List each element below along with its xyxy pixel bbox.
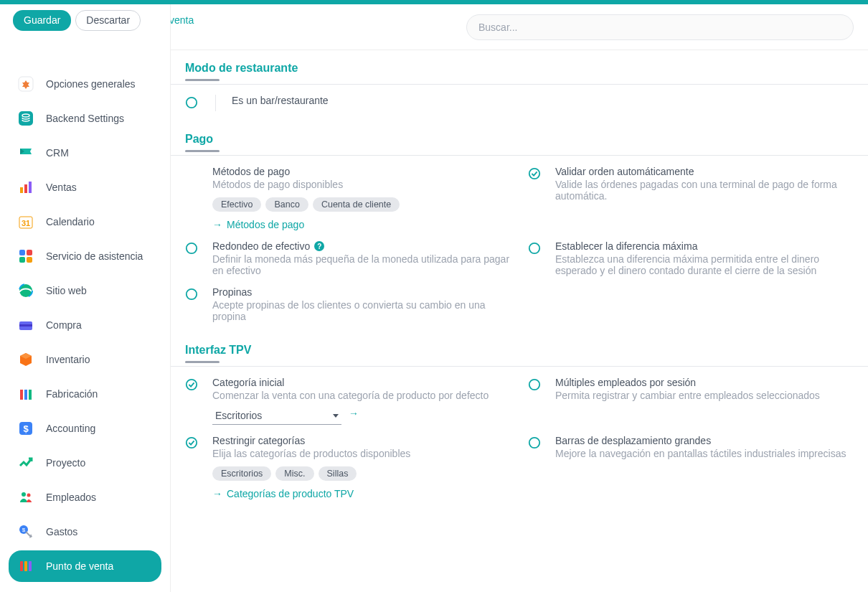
- setting-title-methods: Métodos de pago: [212, 166, 511, 177]
- sidebar-item-sitioweb[interactable]: Sitio web: [9, 275, 161, 306]
- link-payment-methods[interactable]: → Métodos de pago: [212, 219, 304, 230]
- checkbox-maxdiff[interactable]: [528, 242, 541, 255]
- save-button[interactable]: Guardar: [13, 10, 71, 31]
- section-payment: Pago Métodos de pago Métodos de pago dis…: [171, 121, 868, 332]
- link-product-categories[interactable]: → Categorías de producto TPV: [212, 488, 354, 499]
- svg-rect-17: [29, 390, 32, 400]
- sidebar-item-label: Opciones generales: [46, 78, 136, 90]
- tag-escritorios[interactable]: Escritorios: [212, 466, 271, 481]
- sidebar-item-gastos[interactable]: $ Gastos: [9, 516, 161, 548]
- section-underline: [185, 79, 220, 81]
- checkbox-validate-auto[interactable]: [528, 167, 541, 180]
- checkbox-restrict[interactable]: [185, 436, 198, 449]
- section-title-restaurant: Modo de restaurante: [171, 50, 868, 79]
- sidebar-item-crm[interactable]: CRM: [9, 137, 161, 169]
- select-value: Escritorios: [215, 410, 262, 421]
- section-underline: [185, 361, 220, 363]
- calendar-icon: 31: [16, 212, 36, 232]
- svg-rect-4: [29, 182, 32, 193]
- manufacturing-icon: [16, 384, 36, 404]
- crm-icon: [16, 143, 36, 163]
- setting-title-multi: Múltiples empleados por sesión: [555, 377, 854, 388]
- external-link-icon[interactable]: →: [349, 408, 359, 419]
- content-area: Punto de venta Ajustes Modo de restauran…: [171, 4, 868, 592]
- settings-main[interactable]: Modo de restaurante: [171, 50, 868, 592]
- svg-point-33: [529, 380, 539, 390]
- svg-rect-1: [19, 111, 33, 126]
- sidebar-item-calendario[interactable]: 31 Calendario: [9, 206, 161, 238]
- sidebar-item-general[interactable]: Opciones generales: [9, 68, 161, 100]
- app-layout: Guardar Descartar Opciones generales Bac…: [0, 4, 868, 592]
- sidebar-item-label: Empleados: [46, 492, 96, 503]
- svg-rect-24: [20, 561, 23, 571]
- svg-point-28: [529, 169, 539, 179]
- svg-rect-7: [19, 250, 25, 255]
- sidebar-item-label: Compra: [46, 319, 82, 331]
- discard-button[interactable]: Descartar: [75, 10, 141, 31]
- setting-title-rounding: Redondeo de efectivo ?: [212, 240, 511, 252]
- sidebar-item-ventas[interactable]: Ventas: [9, 172, 161, 203]
- accounting-icon: $: [16, 418, 36, 438]
- search-input[interactable]: [466, 14, 854, 40]
- svg-point-34: [187, 438, 197, 448]
- select-initial-category[interactable]: Escritorios: [212, 408, 341, 425]
- svg-rect-25: [24, 561, 27, 571]
- section-restaurant: Modo de restaurante: [171, 50, 868, 121]
- sidebar-item-pos[interactable]: Punto de venta: [9, 550, 161, 582]
- sidebar-item-helpdesk[interactable]: Servicio de asistencia: [9, 240, 161, 272]
- sidebar-item-label: Punto de venta: [46, 560, 113, 572]
- svg-rect-14: [19, 324, 32, 326]
- sidebar-item-empleados[interactable]: Empleados: [9, 481, 161, 513]
- svg-rect-8: [27, 250, 32, 255]
- sidebar-item-backend[interactable]: Backend Settings: [9, 103, 161, 134]
- setting-desc-methods: Métodos de pago disponibles: [212, 179, 511, 190]
- setting-title-maxdiff: Establecer la diferencia máxima: [555, 240, 854, 252]
- tag-efectivo[interactable]: Efectivo: [212, 197, 261, 212]
- breadcrumb-app[interactable]: Punto de venta: [171, 14, 194, 26]
- setting-desc-multi: Permita registrar y cambiar entre emplea…: [555, 390, 854, 401]
- sidebar-item-compra[interactable]: Compra: [9, 309, 161, 341]
- svg-point-32: [187, 380, 197, 390]
- tag-cuenta-cliente[interactable]: Cuenta de cliente: [313, 197, 400, 212]
- checkbox-rounding[interactable]: [185, 242, 198, 255]
- tag-banco[interactable]: Banco: [265, 197, 308, 212]
- svg-point-20: [22, 492, 26, 497]
- pos-icon: [16, 556, 36, 576]
- svg-point-29: [187, 243, 197, 253]
- tag-sillas[interactable]: Sillas: [319, 466, 357, 481]
- setting-desc-rounding: Definir la moneda más pequeña de la mone…: [212, 253, 511, 276]
- link-label: Categorías de producto TPV: [227, 488, 354, 499]
- checkbox-scrollbars[interactable]: [528, 436, 541, 449]
- svg-point-21: [27, 494, 31, 497]
- section-title-interface: Interfaz TPV: [171, 332, 868, 361]
- employees-icon: [16, 487, 36, 507]
- checkbox-is-bar[interactable]: [185, 96, 198, 109]
- sidebar-item-proyecto[interactable]: Proyecto: [9, 447, 161, 479]
- setting-title-initcat: Categoría inicial: [212, 377, 511, 388]
- expenses-icon: $: [16, 522, 36, 542]
- help-icon[interactable]: ?: [314, 241, 324, 251]
- website-icon: [16, 281, 36, 301]
- payment-tags: Efectivo Banco Cuenta de cliente: [212, 197, 511, 212]
- sidebar-item-accounting[interactable]: $ Accounting: [9, 413, 161, 444]
- checkbox-multi-emp[interactable]: [528, 378, 541, 391]
- setting-title-restrict: Restringir categorías: [212, 435, 511, 446]
- project-icon: [16, 453, 36, 473]
- svg-rect-9: [19, 257, 25, 263]
- checkbox-initcat[interactable]: [185, 378, 198, 391]
- svg-text:31: 31: [22, 219, 30, 227]
- tag-misc[interactable]: Misc.: [275, 466, 313, 481]
- divider: [215, 95, 216, 111]
- section-underline: [185, 150, 220, 152]
- sidebar-item-inventario[interactable]: Inventario: [9, 344, 161, 375]
- checkbox-tips[interactable]: [185, 288, 198, 301]
- sidebar-item-fabricacion[interactable]: Fabricación: [9, 378, 161, 410]
- sidebar-item-label: Proyecto: [46, 457, 85, 469]
- setting-title-scrollbars: Barras de desplazamiento grandes: [555, 435, 854, 446]
- svg-text:$: $: [23, 423, 29, 434]
- purchase-icon: [16, 315, 36, 335]
- sidebar-item-label: Calendario: [46, 216, 95, 227]
- arrow-right-icon: →: [212, 488, 222, 499]
- setting-title-is-bar: Es un bar/restaurante: [232, 95, 501, 106]
- setting-desc-maxdiff: Establezca una diferencia máxima permiti…: [555, 253, 854, 276]
